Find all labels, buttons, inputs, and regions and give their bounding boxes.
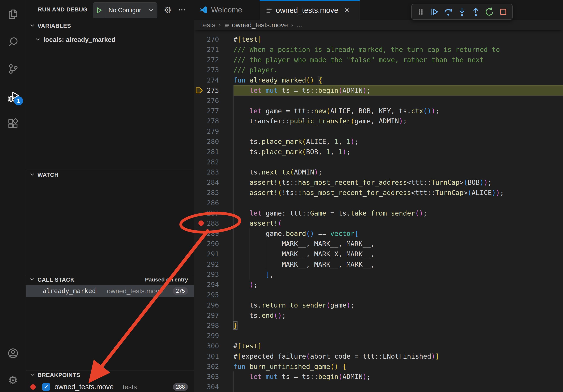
gutter[interactable]: 271	[194, 44, 233, 55]
gutter[interactable]: 273	[194, 65, 233, 75]
tab-owned-tests[interactable]: owned_tests.move ✕	[260, 0, 360, 20]
toolbar-drag-handle[interactable]	[415, 6, 426, 17]
gutter[interactable]: 301	[194, 351, 233, 361]
search-icon[interactable]	[0, 31, 26, 52]
gutter[interactable]: 299	[194, 331, 233, 341]
call-stack-section-header[interactable]: CALL STACK Paused on entry	[26, 275, 194, 284]
gutter[interactable]: 278	[194, 116, 233, 126]
gutter[interactable]: 270	[194, 34, 233, 44]
tab-welcome[interactable]: Welcome	[194, 0, 259, 20]
code-line-302[interactable]: 302fun burn_unfinished_game() {	[194, 361, 563, 372]
code-line-300[interactable]: 300#[test]	[194, 341, 563, 351]
code-line-278[interactable]: 278 transfer::public_transfer(game, ADMI…	[194, 116, 563, 126]
gutter[interactable]: 292	[194, 259, 233, 269]
variables-locals-row[interactable]: locals: already_marked	[26, 35, 194, 44]
code-line-304[interactable]: 304	[194, 382, 563, 392]
gutter[interactable]: 304	[194, 382, 233, 392]
code-line-293[interactable]: 293 ],	[194, 269, 563, 279]
breakpoints-section-header[interactable]: BREAKPOINTS	[26, 370, 194, 379]
gutter[interactable]: 287	[194, 208, 233, 218]
breadcrumb-symbol[interactable]: ...	[296, 21, 302, 29]
gutter[interactable]: 295	[194, 290, 233, 300]
gutter[interactable]: 291	[194, 249, 233, 259]
debug-settings-gear-icon[interactable]: ⚙	[162, 0, 174, 20]
gutter[interactable]: 279	[194, 126, 233, 136]
code-line-282[interactable]: 282	[194, 157, 563, 167]
code-line-297[interactable]: 297 ts.end();	[194, 310, 563, 321]
settings-gear-icon[interactable]: ⚙	[0, 369, 26, 391]
code-line-284[interactable]: 284 assert!(ts::has_most_recent_for_addr…	[194, 177, 563, 187]
gutter[interactable]: 285	[194, 187, 233, 198]
gutter[interactable]: 277	[194, 106, 233, 116]
extensions-icon[interactable]	[0, 113, 26, 135]
gutter[interactable]: 276	[194, 95, 233, 106]
breadcrumb[interactable]: tests › owned_tests.move › ...	[194, 20, 563, 30]
code-line-272[interactable]: 272/// the player who made the "false" m…	[194, 55, 563, 65]
code-line-287[interactable]: 287 let game: ttt::Game = ts.take_from_s…	[194, 208, 563, 218]
breakpoint-row[interactable]: ✓ owned_tests.move tests 288	[26, 382, 194, 392]
code-line-291[interactable]: 291 MARK__, MARK_X, MARK__,	[194, 249, 563, 259]
more-actions-icon[interactable]	[176, 0, 188, 20]
step-into-button[interactable]	[457, 6, 468, 17]
code-line-275[interactable]: 275 let mut ts = ts::begin(ADMIN);	[194, 85, 563, 95]
gutter[interactable]: 296	[194, 300, 233, 310]
start-debugging-icon[interactable]	[93, 2, 105, 18]
code-line-270[interactable]: 270#[test]	[194, 34, 563, 44]
code-line-294[interactable]: 294 );	[194, 279, 563, 290]
code-line-273[interactable]: 273/// player.	[194, 65, 563, 75]
source-control-icon[interactable]	[0, 58, 26, 80]
stack-frame-row[interactable]: already_marked owned_tests.move 275	[26, 285, 194, 297]
stop-button[interactable]	[498, 6, 509, 17]
gutter[interactable]: 298	[194, 320, 233, 331]
gutter[interactable]: 303	[194, 371, 233, 382]
gutter[interactable]: 284	[194, 177, 233, 187]
code-line-283[interactable]: 283 ts.next_tx(ADMIN);	[194, 167, 563, 177]
code-line-301[interactable]: 301#[expected_failure(abort_code = ttt::…	[194, 351, 563, 361]
gutter[interactable]: 289	[194, 228, 233, 239]
code-line-289[interactable]: 289 game.board() == vector[	[194, 228, 563, 239]
code-line-286[interactable]: 286	[194, 198, 563, 208]
code-line-295[interactable]: 295	[194, 290, 563, 300]
breadcrumb-file[interactable]: owned_tests.move	[232, 21, 288, 29]
gutter[interactable]: 297	[194, 310, 233, 321]
run-and-debug-icon[interactable]: 1	[0, 86, 26, 108]
gutter[interactable]: 282	[194, 157, 233, 167]
variables-section-header[interactable]: VARIABLES	[26, 21, 194, 30]
gutter[interactable]: 283	[194, 167, 233, 177]
code-line-274[interactable]: 274fun already_marked() {	[194, 75, 563, 85]
gutter[interactable]: 280	[194, 136, 233, 147]
gutter[interactable]: 294	[194, 279, 233, 290]
step-out-button[interactable]	[470, 6, 481, 17]
close-tab-icon[interactable]: ✕	[344, 7, 350, 14]
code-line-299[interactable]: 299	[194, 331, 563, 341]
gutter[interactable]: 302	[194, 361, 233, 372]
breakpoint-dot-icon[interactable]	[198, 221, 204, 226]
code-line-277[interactable]: 277 let game = ttt::new(ALICE, BOB, KEY,…	[194, 106, 563, 116]
code-line-303[interactable]: 303 let mut ts = ts::begin(ADMIN);	[194, 371, 563, 382]
code-line-285[interactable]: 285 assert!(!ts::has_most_recent_for_add…	[194, 187, 563, 198]
launch-configuration-dropdown[interactable]: No Configur	[93, 2, 157, 18]
code-editor[interactable]: 270#[test]271/// When a position is alre…	[194, 30, 563, 392]
gutter[interactable]: 272	[194, 55, 233, 65]
gutter[interactable]: 290	[194, 239, 233, 249]
gutter[interactable]: 281	[194, 147, 233, 157]
code-line-281[interactable]: 281 ts.place_mark(BOB, 1, 1);	[194, 147, 563, 157]
code-line-276[interactable]: 276	[194, 95, 563, 106]
code-line-298[interactable]: 298}	[194, 320, 563, 331]
code-line-280[interactable]: 280 ts.place_mark(ALICE, 1, 1);	[194, 136, 563, 147]
gutter[interactable]: 293	[194, 269, 233, 279]
step-over-button[interactable]	[443, 6, 454, 17]
code-line-288[interactable]: 288 assert!(	[194, 218, 563, 228]
gutter[interactable]: 300	[194, 341, 233, 351]
code-line-271[interactable]: 271/// When a position is already marked…	[194, 44, 563, 55]
restart-button[interactable]	[484, 6, 495, 17]
code-line-279[interactable]: 279	[194, 126, 563, 136]
gutter[interactable]: 274	[194, 75, 233, 85]
watch-section-header[interactable]: WATCH	[26, 170, 194, 179]
continue-button[interactable]	[429, 6, 440, 17]
accounts-icon[interactable]	[0, 342, 26, 364]
code-line-296[interactable]: 296 ts.return_to_sender(game);	[194, 300, 563, 310]
gutter[interactable]: 288	[194, 218, 233, 228]
breakpoint-checkbox[interactable]: ✓	[42, 383, 50, 391]
explorer-icon[interactable]	[0, 3, 26, 25]
